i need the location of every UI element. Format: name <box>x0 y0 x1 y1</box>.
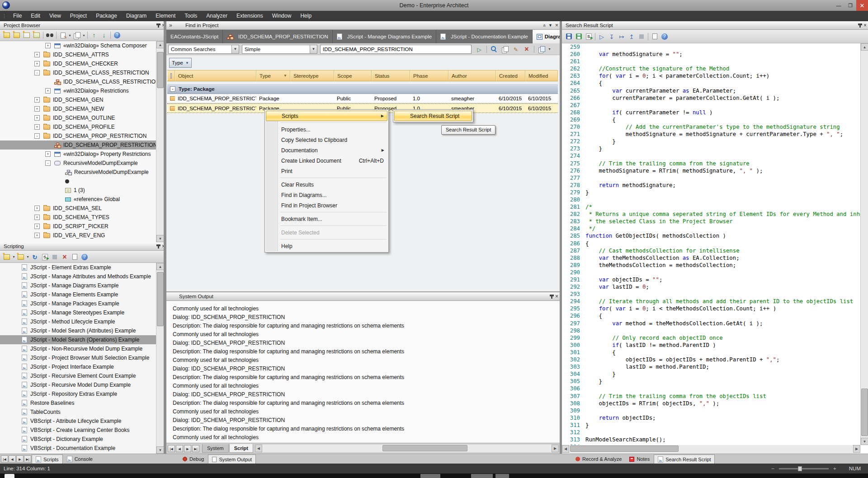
menu-window[interactable]: Window <box>268 11 296 21</box>
output-tab-script[interactable]: Script <box>229 444 253 453</box>
editor-vscrollbar[interactable]: ▲ ▼ <box>860 43 868 445</box>
menu-item-delete-selected[interactable]: Delete Selected <box>266 227 387 238</box>
script-item-vbscript-dictionary-example[interactable]: VBScript - Dictionary Example <box>0 435 156 444</box>
script-item-jscript-model-search-operations-example[interactable]: JScript - Model Search (Operations) Exam… <box>0 335 156 344</box>
zoom-in-icon[interactable]: + <box>833 466 836 471</box>
first-tab-icon[interactable]: |◀ <box>168 445 175 452</box>
dock-tab-debug[interactable]: Debug <box>179 455 208 464</box>
script-item-jscript-recursive-element-count-example[interactable]: JScript - Recursive Element Count Exampl… <box>0 371 156 380</box>
table-group-row[interactable]: - Type: Package <box>167 84 558 94</box>
run-script-icon[interactable] <box>584 32 594 41</box>
tree-item-idd-schema-class-restriction[interactable]: -IDD_SCHEMA_CLASS_RESTRICTION <box>0 68 156 77</box>
dock-tab-search-result-script[interactable]: Search Result Script <box>654 455 715 464</box>
tree-item-idd-script-picker[interactable]: +IDD_SCRIPT_PICKER <box>0 222 156 231</box>
menu-analyzer[interactable]: Analyzer <box>202 11 232 21</box>
taskbar-app-icon[interactable] <box>5 474 14 478</box>
expander-icon[interactable]: + <box>34 224 40 229</box>
expander-icon[interactable]: - <box>34 133 40 139</box>
debug-run-icon[interactable] <box>597 32 607 41</box>
delete-icon[interactable] <box>60 253 70 262</box>
expander-icon[interactable]: + <box>34 61 40 66</box>
script-item-jscript-model-search-attributes-example[interactable]: JScript - Model Search (Attributes) Exam… <box>0 326 156 335</box>
move-up-icon[interactable] <box>89 31 99 40</box>
script-item-tablecounts[interactable]: TableCounts <box>0 408 156 417</box>
script-item-jscript-repository-extras-example[interactable]: JScript - Repository Extras Example <box>0 389 156 398</box>
dropdown-caret-icon[interactable]: ▾ <box>68 33 72 37</box>
script-item-jscript-manage-diagrams-example[interactable]: JScript - Manage Diagrams Example <box>0 281 156 290</box>
table-row[interactable]: IDD_SCHEMA_PROP_RESTRICT...PackagePublic… <box>167 94 558 103</box>
menu-item-properties[interactable]: Properties... <box>266 124 387 135</box>
save-icon[interactable] <box>564 32 574 41</box>
help-icon[interactable] <box>112 31 122 40</box>
tab-diagram-script[interactable]: Diagram Script <box>533 30 560 43</box>
dock-tab-record-analyze[interactable]: Record & Analyze <box>572 455 625 464</box>
menu-item-create-linked-document[interactable]: Create Linked DocumentCtrl+Alt+D <box>266 155 387 166</box>
tree-item-idd-schema-profile[interactable]: +IDD_SCHEMA_PROFILE <box>0 122 156 131</box>
tree-item-idd-schema-class-restriction[interactable]: IDD_SCHEMA_CLASS_RESTRICTION <box>0 77 156 86</box>
column-header-type[interactable]: Type▼ <box>256 70 290 81</box>
maximize-button[interactable]: ❐ <box>844 0 856 11</box>
taskbar-item[interactable] <box>495 474 509 478</box>
tab-jscript-documentation-example[interactable]: JScript - Documentation Example <box>436 30 533 43</box>
column-header-stereotype[interactable]: Stereotype <box>290 70 334 81</box>
menu-edit[interactable]: Edit <box>26 11 45 21</box>
close-panel-icon[interactable]: × <box>863 21 867 30</box>
tree-item-idd-schema-attrs[interactable]: +IDD_SCHEMA_ATTRS <box>0 50 156 59</box>
editor-hscrollbar[interactable]: ◀ ▶ <box>562 445 860 454</box>
tree-item-idd-schema-types[interactable]: +IDD_SCHEMA_TYPES <box>0 213 156 222</box>
combo-dropdown-icon[interactable]: ▼ <box>231 45 239 53</box>
first-tab-icon[interactable]: |◀ <box>1 455 8 463</box>
tree-item-recursivemodeldumpexample[interactable]: -RecursiveModelDumpExample <box>0 159 156 168</box>
expander-icon[interactable]: + <box>34 233 40 238</box>
chevron-right-icon[interactable]: » <box>169 21 172 30</box>
close-panel-icon[interactable]: × <box>555 292 558 301</box>
taskbar-item[interactable] <box>420 474 440 478</box>
scroll-up-icon[interactable]: ▲ <box>156 41 164 48</box>
next-tab-icon[interactable]: ▶ <box>16 455 24 463</box>
expander-icon[interactable]: + <box>45 88 51 94</box>
scroll-right-icon[interactable]: ▶ <box>552 445 559 452</box>
tree-item-idd-schema-checker[interactable]: +IDD_SCHEMA_CHECKER <box>0 59 156 68</box>
scroll-down-icon[interactable]: ▼ <box>861 438 868 445</box>
tree-item-win32dialog-restrictions[interactable]: +«win32Dialog» Restrictions <box>0 86 156 95</box>
script-item-jscript-recursive-model-dump-example[interactable]: JScript - Recursive Model Dump Example <box>0 380 156 389</box>
tree-item-idd-schema-new[interactable]: +IDD_SCHEMA_NEW <box>0 104 156 113</box>
dropdown-caret-icon[interactable]: ▾ <box>547 47 552 51</box>
scroll-left-icon[interactable]: ◀ <box>255 445 262 452</box>
new-window-icon[interactable] <box>650 32 660 41</box>
caret-down-icon[interactable]: ▼ <box>548 21 552 30</box>
new-element-icon[interactable] <box>32 31 42 40</box>
menu-view[interactable]: View <box>45 11 66 21</box>
menu-item-clear-results[interactable]: Clear Results <box>266 179 387 190</box>
column-header-status[interactable]: Status <box>372 70 410 81</box>
script-item-jscript-manage-stereotypes-example[interactable]: JScript - Manage Stereotypes Example <box>0 308 156 317</box>
edit-icon[interactable] <box>511 45 521 54</box>
menu-item-documentation[interactable]: Documentation▶ <box>266 145 387 155</box>
collapse-group-icon[interactable]: - <box>170 86 175 92</box>
close-button[interactable]: ✕ <box>856 0 868 11</box>
tab-idd-schema-prop-restriction[interactable]: IDD_SCHEMA_PROP_RESTRICTION <box>223 30 333 43</box>
next-tab-icon[interactable]: ▶ <box>184 445 191 452</box>
run-search-icon[interactable] <box>474 45 484 54</box>
script-item-jscript-manage-elements-example[interactable]: JScript - Manage Elements Example <box>0 290 156 299</box>
menu-item-find-in-project-browser[interactable]: Find in Project Browser <box>266 200 387 211</box>
close-panel-icon[interactable]: × <box>555 21 558 30</box>
step-out-icon[interactable] <box>627 32 637 41</box>
new-search-icon[interactable] <box>489 45 499 54</box>
submenu-item-search-result-script[interactable]: Search Result Script <box>394 111 472 121</box>
scroll-down-icon[interactable]: ▼ <box>156 235 164 242</box>
code-editor[interactable]: 259260 var methodSignature = "";261262 /… <box>562 43 860 445</box>
new-script-icon[interactable] <box>16 253 26 262</box>
tree-item-win32dialog-property-restrictions[interactable]: +«win32Dialog» Property Restrictions <box>0 150 156 159</box>
dropdown-caret-icon[interactable]: ▾ <box>12 255 16 259</box>
stop-icon[interactable] <box>50 253 60 262</box>
dock-tab-system-output[interactable]: System Output <box>208 455 256 464</box>
column-header-icon[interactable] <box>167 70 175 81</box>
output-tab-system[interactable]: System <box>202 444 229 453</box>
tree-item-idd-vea-rev-eng[interactable]: +IDD_VEA_REV_ENG <box>0 231 156 240</box>
pin-icon[interactable] <box>551 295 552 299</box>
run-script-icon[interactable] <box>40 253 50 262</box>
search-term-input[interactable] <box>320 45 472 54</box>
taskbar-item[interactable] <box>471 474 493 478</box>
copy-icon[interactable] <box>72 31 82 40</box>
